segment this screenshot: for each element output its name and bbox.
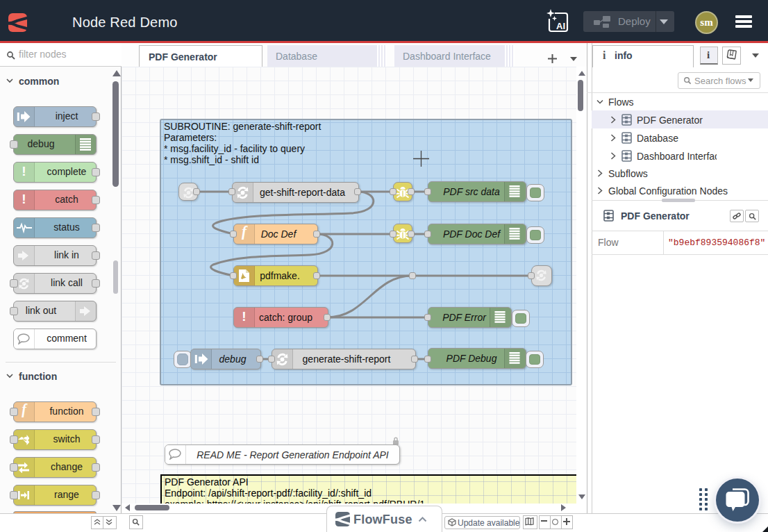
svg-text:AI: AI <box>556 21 565 31</box>
